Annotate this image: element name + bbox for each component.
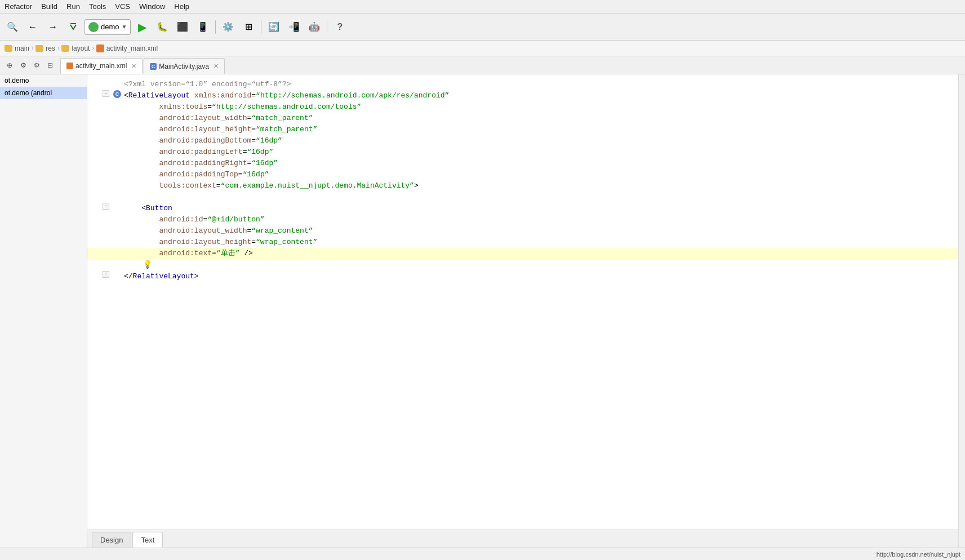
code-line-3: xmlns:tools=“http://schemas.android.com/…: [87, 101, 958, 113]
code-editor[interactable]: <?xml version=“1.0” encoding=“utf-8”?> −…: [87, 74, 958, 530]
code-line-8: android:paddingRight=“16dp”: [87, 158, 958, 169]
tab-ctrl-add[interactable]: ⊕: [3, 59, 16, 72]
content-5: android:layout_height=“match_parent”: [122, 124, 958, 135]
content-2: <RelativeLayout xmlns:android=“http://sc…: [122, 90, 958, 101]
sidebar: ot.demo ot.demo (androi: [0, 74, 87, 548]
editor-tabs: activity_main.xml ✕ C MainActivity.java …: [60, 56, 226, 74]
gutter-2: −: [87, 90, 113, 97]
content-4: android:layout_width=“match_parent”: [122, 113, 958, 124]
status-text: http://blog.csdn.net/nuist_njupt: [877, 551, 960, 558]
menu-tools[interactable]: Tools: [89, 2, 106, 11]
content-10: tools:context=“com.example.nuist__njupt.…: [122, 180, 958, 192]
device-button[interactable]: 📱: [194, 18, 212, 36]
folder-icon-res: [35, 45, 43, 52]
code-line-12: − <Button: [87, 203, 958, 214]
layout-button[interactable]: ⊞: [239, 18, 257, 36]
separator-3: [327, 20, 327, 34]
fold-18[interactable]: −: [103, 271, 109, 278]
tab-ctrl-collapse[interactable]: ⊟: [44, 59, 56, 72]
demo-label: demo: [101, 23, 119, 31]
content-9: android:paddingTop=“16dp”: [122, 169, 958, 180]
content-14: android:layout_width=“wrap_content”: [122, 225, 958, 237]
code-line-7: android:paddingLeft=“16dp”: [87, 146, 958, 158]
status-bar: http://blog.csdn.net/nuist_njupt: [0, 548, 965, 560]
menu-refactor[interactable]: Refactor: [5, 2, 32, 11]
code-line-5: android:layout_height=“match_parent”: [87, 124, 958, 135]
code-line-13: android:id=“@+id/button”: [87, 214, 958, 225]
fold-2[interactable]: −: [103, 90, 109, 97]
menu-vcs[interactable]: VCS: [115, 2, 130, 11]
code-line-17: 💡: [87, 259, 958, 271]
content-17: 💡: [122, 259, 958, 271]
breadcrumb: main › res › layout › activity_main.xml: [0, 41, 965, 56]
bottom-tab-design[interactable]: Design: [92, 532, 131, 548]
menu-run[interactable]: Run: [66, 2, 80, 11]
content-15: android:layout_height=“wrap_content”: [122, 237, 958, 248]
menu-help[interactable]: Help: [174, 2, 189, 11]
tab-controls: ⊕ ⚙ ⚙ ⊟: [0, 56, 60, 74]
breadcrumb-layout[interactable]: layout: [61, 45, 90, 52]
sync-button[interactable]: 🔄: [265, 18, 283, 36]
menu-bar: Refactor Build Run Tools VCS Window Help: [0, 0, 965, 14]
tab-activity-main-xml[interactable]: activity_main.xml ✕: [60, 58, 143, 74]
back-button[interactable]: ←: [24, 18, 42, 36]
help-button[interactable]: ?: [331, 18, 349, 36]
folder-icon: [5, 45, 12, 52]
search-button[interactable]: 🔍: [3, 18, 21, 36]
scrollbar[interactable]: [958, 74, 965, 548]
code-line-16: android:text=“单击” />: [87, 248, 958, 259]
c-marker: C: [113, 90, 121, 98]
tab-ctrl-gear[interactable]: ⚙: [30, 59, 43, 72]
content-12: <Button: [122, 203, 958, 214]
lightbulb-icon[interactable]: 💡: [143, 260, 152, 269]
main-area: ot.demo ot.demo (androi <?xml version=“1…: [0, 74, 965, 548]
tab-bar: ⊕ ⚙ ⚙ ⊟ activity_main.xml ✕ C MainActivi…: [0, 56, 965, 74]
content-11: [122, 192, 958, 203]
content-16: android:text=“单击” />: [122, 248, 958, 259]
android2-button[interactable]: 🤖: [305, 18, 323, 36]
breadcrumb-main[interactable]: main: [5, 45, 29, 52]
gutter-18: −: [87, 271, 113, 278]
bottom-tab-text[interactable]: Text: [132, 532, 163, 548]
dropdown-arrow-icon: ▼: [122, 24, 127, 30]
tab-close-java[interactable]: ✕: [214, 63, 219, 70]
tab-activity-main-label: activity_main.xml: [75, 62, 127, 70]
tab-close-xml[interactable]: ✕: [131, 63, 136, 70]
android-icon: [88, 22, 99, 32]
marker-2: C: [113, 90, 122, 98]
stop-button[interactable]: ⬛: [174, 18, 192, 36]
breadcrumb-res[interactable]: res: [35, 45, 55, 52]
content-3: xmlns:tools=“http://schemas.android.com/…: [122, 101, 958, 113]
debug-button[interactable]: 🐛: [153, 18, 171, 36]
content-18: </RelativeLayout>: [122, 271, 958, 282]
breadcrumb-xml[interactable]: activity_main.xml: [96, 45, 158, 52]
tab-ctrl-settings[interactable]: ⚙: [17, 59, 29, 72]
content-7: android:paddingLeft=“16dp”: [122, 146, 958, 158]
menu-build[interactable]: Build: [41, 2, 57, 11]
content-1: <?xml version=“1.0” encoding=“utf-8”?>: [122, 79, 958, 90]
breadcrumb-sep-3: ›: [92, 45, 94, 51]
breadcrumb-sep-2: ›: [57, 45, 59, 51]
sidebar-item-1[interactable]: ot.demo (androi: [0, 87, 87, 99]
down-arrow-button[interactable]: [64, 18, 82, 36]
sidebar-item-0[interactable]: ot.demo: [0, 74, 87, 87]
demo-dropdown[interactable]: demo ▼: [85, 19, 131, 35]
code-line-18: − </RelativeLayout>: [87, 271, 958, 282]
code-line-1: <?xml version=“1.0” encoding=“utf-8”?>: [87, 79, 958, 90]
xml-tab-icon: [66, 63, 73, 69]
tab-mainactivity-java[interactable]: C MainActivity.java ✕: [144, 58, 224, 74]
fold-12[interactable]: −: [103, 203, 109, 210]
code-line-11: [87, 192, 958, 203]
bottom-tab-bar: Design Text: [87, 530, 958, 548]
folder-icon-layout: [61, 45, 69, 52]
settings-button[interactable]: ⚙️: [219, 18, 237, 36]
menu-window[interactable]: Window: [139, 2, 165, 11]
device2-button[interactable]: 📲: [285, 18, 303, 36]
gutter-12: −: [87, 203, 113, 210]
forward-button[interactable]: →: [44, 18, 62, 36]
separator-1: [215, 20, 216, 34]
tab-mainactivity-label: MainActivity.java: [159, 63, 208, 70]
breadcrumb-xml-label: activity_main.xml: [106, 45, 158, 52]
code-line-6: android:paddingBottom=“16dp”: [87, 135, 958, 146]
run-button[interactable]: ▶: [133, 18, 151, 36]
